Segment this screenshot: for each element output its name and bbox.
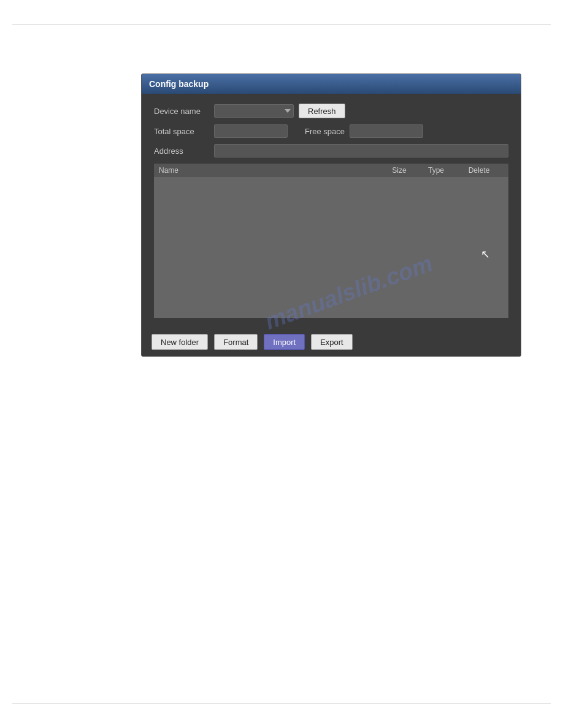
file-table-body: manualslib.com ↖ bbox=[154, 177, 508, 318]
address-input[interactable] bbox=[214, 144, 508, 157]
col-name-header: Name bbox=[159, 166, 381, 175]
col-size-header: Size bbox=[381, 166, 418, 175]
dialog-body: Device name Refresh Total space Free spa… bbox=[142, 94, 521, 328]
col-type-header: Type bbox=[418, 166, 454, 175]
dialog-title: Config backup bbox=[149, 79, 209, 89]
col-delete-header: Delete bbox=[454, 166, 504, 175]
space-row: Total space Free space bbox=[154, 124, 508, 138]
top-divider bbox=[12, 25, 551, 25]
address-label: Address bbox=[154, 146, 209, 156]
watermark-text: manualslib.com bbox=[261, 250, 436, 335]
dialog-footer: New folder Format Import Export bbox=[142, 328, 521, 356]
address-row: Address bbox=[154, 144, 508, 157]
total-space-label: Total space bbox=[154, 127, 209, 136]
export-button[interactable]: Export bbox=[311, 334, 353, 350]
format-button[interactable]: Format bbox=[214, 334, 258, 350]
device-name-row: Device name Refresh bbox=[154, 104, 508, 118]
import-button[interactable]: Import bbox=[264, 334, 305, 350]
total-space-input[interactable] bbox=[214, 124, 288, 138]
dialog-wrapper: Config backup Device name Refresh Total … bbox=[141, 74, 521, 357]
dialog-titlebar: Config backup bbox=[142, 74, 521, 94]
bottom-divider bbox=[12, 703, 551, 703]
device-name-label: Device name bbox=[154, 107, 209, 116]
free-space-input[interactable] bbox=[350, 124, 423, 138]
device-name-select[interactable] bbox=[214, 104, 294, 118]
free-space-label: Free space bbox=[305, 127, 345, 136]
refresh-button[interactable]: Refresh bbox=[299, 104, 345, 118]
config-backup-dialog: Config backup Device name Refresh Total … bbox=[141, 74, 521, 357]
new-folder-button[interactable]: New folder bbox=[151, 334, 208, 350]
file-table-header: Name Size Type Delete bbox=[154, 164, 508, 177]
cursor-icon: ↖ bbox=[481, 248, 490, 261]
